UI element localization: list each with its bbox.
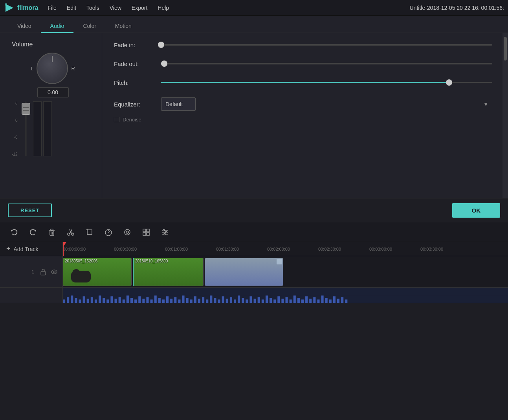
svg-rect-58 <box>154 295 157 303</box>
timecodes: 00:00:00:00 00:00:30:00 00:01:00:00 00:0… <box>63 242 508 256</box>
right-panel: Fade in: Fade out: Pitch: <box>102 33 508 198</box>
svg-rect-52 <box>130 298 133 303</box>
waveform-svg <box>63 288 508 303</box>
video-clip-2[interactable]: 20180510_165800 <box>133 258 204 286</box>
crop-icon <box>86 228 94 236</box>
fade-in-label: Fade in: <box>114 42 161 48</box>
fader-container <box>20 101 31 156</box>
svg-rect-104 <box>337 299 339 303</box>
svg-rect-49 <box>119 297 121 303</box>
undo-button[interactable] <box>8 226 20 238</box>
fader-grip-1 <box>23 107 29 108</box>
tab-video[interactable]: Video <box>8 20 41 33</box>
menu-tools[interactable]: Tools <box>85 3 101 13</box>
color-correct-button[interactable] <box>140 226 152 238</box>
denoise-label: Denoise <box>123 117 141 123</box>
audio-mixer-button[interactable] <box>159 226 171 238</box>
stabilize-button[interactable] <box>121 226 134 238</box>
fader-grip-3 <box>23 110 29 111</box>
toolbar <box>0 222 508 242</box>
fade-in-thumb[interactable] <box>158 42 164 48</box>
pitch-slider-container <box>161 79 492 86</box>
svg-rect-70 <box>202 297 204 303</box>
svg-rect-103 <box>333 296 336 303</box>
video-clip-1[interactable]: 20180505_152006 <box>63 258 132 286</box>
audio-track-controls <box>0 288 63 303</box>
svg-rect-79 <box>238 295 240 303</box>
tab-color[interactable]: Color <box>73 20 105 33</box>
add-track-button[interactable]: + Add Track <box>0 242 63 256</box>
fade-out-thumb[interactable] <box>161 61 167 67</box>
timeline-playhead[interactable] <box>63 242 64 256</box>
volume-value-input[interactable]: 0.00 <box>37 87 69 97</box>
fader-thumb[interactable] <box>22 103 30 115</box>
svg-rect-15 <box>87 230 92 235</box>
tab-motion[interactable]: Motion <box>106 20 141 33</box>
menu-file[interactable]: File <box>46 3 58 13</box>
panel-scrollbar[interactable] <box>502 33 508 198</box>
denoise-checkbox[interactable] <box>114 117 119 122</box>
partial-row: Denoise <box>114 115 492 124</box>
svg-point-33 <box>53 271 55 273</box>
svg-rect-54 <box>138 296 141 303</box>
svg-rect-60 <box>162 299 165 303</box>
menu-help[interactable]: Help <box>156 3 171 13</box>
cut-button[interactable] <box>64 226 77 238</box>
menu-export[interactable]: Export <box>130 3 149 13</box>
lr-left-label: L <box>31 66 33 72</box>
equalizer-select[interactable]: Default Classical Club Dance Full Bass F… <box>161 97 196 111</box>
svg-point-32 <box>51 270 57 274</box>
reset-button[interactable]: RESET <box>8 204 52 217</box>
svg-rect-85 <box>262 299 264 303</box>
timecode-5: 00:02:30:00 <box>318 247 341 251</box>
vu-bar-right <box>43 101 52 156</box>
svg-rect-102 <box>329 299 332 303</box>
lock-icon[interactable] <box>40 268 47 275</box>
eye-icon[interactable] <box>51 268 58 275</box>
svg-rect-92 <box>290 299 292 303</box>
svg-rect-56 <box>146 297 149 303</box>
knob-wrap: L R <box>31 53 75 84</box>
fade-in-slider-container <box>161 41 492 49</box>
scroll-thumb[interactable] <box>504 37 507 61</box>
svg-point-30 <box>164 233 165 235</box>
tab-audio[interactable]: Audio <box>41 20 74 33</box>
svg-rect-21 <box>143 229 146 232</box>
svg-rect-84 <box>258 297 260 303</box>
svg-rect-87 <box>270 298 272 303</box>
svg-rect-72 <box>210 295 212 303</box>
equalizer-row: Equalizer: Default Classical Club Dance … <box>114 97 492 111</box>
color-correct-icon <box>142 228 150 236</box>
svg-rect-35 <box>63 299 65 303</box>
pitch-thumb[interactable] <box>446 79 452 86</box>
menu-view[interactable]: View <box>108 3 123 13</box>
svg-rect-77 <box>230 297 232 303</box>
crop-button[interactable] <box>83 226 96 238</box>
volume-knob[interactable] <box>37 53 68 84</box>
denoise-row: Denoise <box>114 117 141 123</box>
svg-rect-99 <box>317 299 319 303</box>
equalizer-select-wrap: Default Classical Club Dance Full Bass F… <box>161 97 492 111</box>
fader-grip-2 <box>23 109 29 109</box>
svg-rect-50 <box>123 299 125 303</box>
delete-button[interactable] <box>46 226 58 238</box>
fade-out-track <box>161 63 492 64</box>
timecode-7: 00:03:30:00 <box>420 247 443 251</box>
svg-rect-6 <box>51 229 53 230</box>
redo-button[interactable] <box>27 226 39 238</box>
timecode-2: 00:01:00:00 <box>165 247 188 251</box>
svg-rect-83 <box>254 299 256 303</box>
menu-edit[interactable]: Edit <box>65 3 78 13</box>
speed-button[interactable] <box>102 226 115 238</box>
svg-rect-38 <box>75 298 77 303</box>
svg-rect-62 <box>170 299 172 303</box>
svg-rect-43 <box>95 299 97 303</box>
svg-rect-66 <box>186 298 189 303</box>
svg-rect-61 <box>166 296 169 303</box>
video-clip-3[interactable] <box>205 258 283 286</box>
svg-rect-67 <box>190 299 193 303</box>
knob-tick <box>52 56 53 62</box>
left-panel: Volume L R 0.00 6 0 -6 -12 <box>0 33 102 198</box>
svg-rect-22 <box>147 229 149 232</box>
ok-button[interactable]: OK <box>452 203 501 218</box>
